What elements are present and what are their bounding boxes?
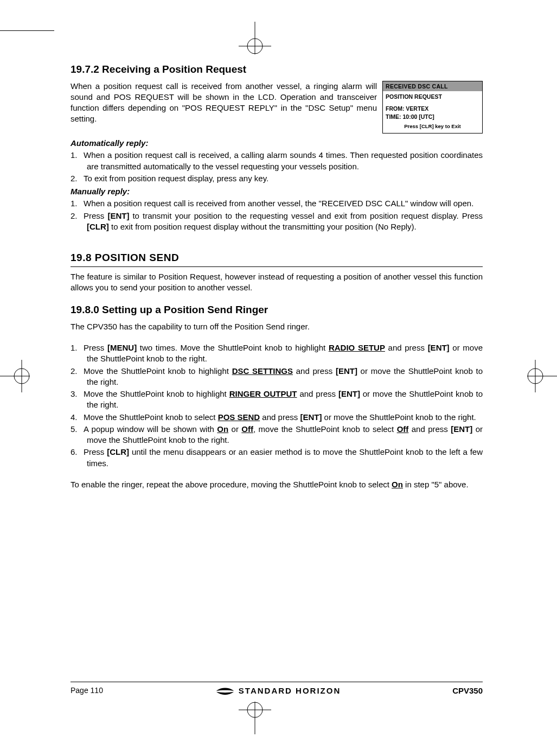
t: two times. Move the ShuttlePoint knob to… bbox=[137, 343, 329, 352]
model-number: CPV350 bbox=[452, 685, 483, 696]
option-off: Off bbox=[397, 424, 409, 434]
key-ent: [ENT] bbox=[338, 389, 360, 398]
t: and press bbox=[260, 412, 300, 422]
key-ent: [ENT] bbox=[107, 211, 129, 220]
list-item: 6.Press [CLR] until the menu disappears … bbox=[71, 447, 483, 469]
manual-reply-label: Manually reply: bbox=[71, 186, 483, 197]
t: and press bbox=[408, 424, 451, 434]
t: Move the ShuttlePoint knob to highlight bbox=[84, 366, 232, 376]
key-clr: [CLR] bbox=[107, 447, 129, 456]
t: and press bbox=[293, 366, 336, 376]
menu-radio-setup: RADIO SETUP bbox=[329, 343, 385, 352]
setup-steps-list: 1.Press [MENU] two times. Move the Shutt… bbox=[71, 342, 483, 469]
t: and press bbox=[297, 389, 338, 398]
list-item: 4.Move the ShuttlePoint knob to select P… bbox=[71, 412, 483, 423]
option-on: On bbox=[217, 424, 228, 434]
t: Press bbox=[84, 343, 107, 352]
page-footer: Page 110 STANDARD HORIZON CPV350 bbox=[71, 682, 483, 696]
key-ent: [ENT] bbox=[428, 343, 450, 352]
t: or move the ShuttlePoint knob to the rig… bbox=[322, 412, 476, 422]
list-item: 5.A popup window will be shown with On o… bbox=[71, 424, 483, 446]
crop-mark-left bbox=[0, 352, 37, 401]
brand-text: STANDARD HORIZON bbox=[239, 685, 341, 696]
key-menu: [MENU] bbox=[107, 343, 137, 352]
horizon-swoosh-icon bbox=[215, 686, 235, 696]
li-text: When a position request call is received… bbox=[84, 199, 473, 208]
key-ent: [ENT] bbox=[451, 424, 472, 434]
li-text: To exit from position request display, p… bbox=[84, 174, 268, 183]
li-text: When a position request call is received… bbox=[84, 150, 483, 170]
heading-19-7-2: 19.7.2 Receiving a Position Request bbox=[71, 62, 483, 77]
t: and press bbox=[385, 343, 428, 352]
t: Press bbox=[84, 447, 107, 456]
t: To enable the ringer, repeat the above p… bbox=[71, 480, 392, 489]
menu-dsc-settings: DSC SETTINGS bbox=[232, 366, 293, 376]
crop-mark-right bbox=[520, 352, 557, 401]
crop-line-top-left bbox=[0, 30, 54, 31]
t: or bbox=[228, 424, 241, 434]
lcd-title: RECEIVED DSC CALL bbox=[383, 81, 482, 91]
list-item: 1.Press [MENU] two times. Move the Shutt… bbox=[71, 342, 483, 365]
list-item: 2.Move the ShuttlePoint knob to highligh… bbox=[71, 366, 483, 388]
list-item: 1.When a position request call is receiv… bbox=[71, 198, 483, 209]
key-ent: [ENT] bbox=[336, 366, 357, 376]
t: , move the ShuttlePoint knob to select bbox=[253, 424, 397, 434]
manual-reply-list: 1.When a position request call is receiv… bbox=[71, 198, 483, 232]
section2-intro: The feature is similar to Position Reque… bbox=[71, 271, 483, 294]
auto-reply-label: Automatically reply: bbox=[71, 138, 483, 149]
t: Move the ShuttlePoint knob to highlight bbox=[84, 389, 229, 398]
key-ent: [ENT] bbox=[300, 412, 322, 422]
option-off: Off bbox=[241, 424, 253, 434]
t: in step "5" above. bbox=[403, 480, 469, 489]
li-text: to exit from position request display wi… bbox=[109, 222, 417, 231]
li-text: Press bbox=[84, 211, 107, 220]
lcd-footer: Press [CLR] key to Exit bbox=[386, 121, 479, 131]
t: A popup window will be shown with bbox=[84, 424, 217, 434]
heading-19-8-0: 19.8.0 Setting up a Position Send Ringer bbox=[71, 303, 483, 317]
key-clr: [CLR] bbox=[87, 222, 109, 231]
brand-logo: STANDARD HORIZON bbox=[215, 685, 341, 696]
section3-outro: To enable the ringer, repeat the above p… bbox=[71, 479, 483, 490]
list-item: 1.When a position request call is receiv… bbox=[71, 150, 483, 172]
list-item: 3.Move the ShuttlePoint knob to highligh… bbox=[71, 389, 483, 411]
menu-ringer-output: RINGER OUTPUT bbox=[229, 389, 297, 398]
t: until the menu disappears or an easier m… bbox=[87, 447, 483, 467]
list-item: 2.To exit from position request display,… bbox=[71, 173, 483, 184]
section3-intro: The CPV350 has the capability to turn of… bbox=[71, 321, 483, 332]
lcd-time: TIME: 10:00 [UTC] bbox=[386, 113, 479, 120]
lcd-subtitle: POSITION REQUEST bbox=[386, 93, 479, 100]
page-number: Page 110 bbox=[71, 685, 103, 696]
lcd-from: FROM: VERTEX bbox=[386, 105, 479, 112]
li-text: to transmit your position to the request… bbox=[129, 211, 483, 220]
list-item: 2.Press [ENT] to transmit your position … bbox=[71, 211, 483, 233]
t: Move the ShuttlePoint knob to select bbox=[84, 412, 218, 422]
heading-19-8: 19.8 POSITION SEND bbox=[71, 251, 483, 267]
menu-pos-send: POS SEND bbox=[218, 412, 260, 422]
page-content: 19.7.2 Receiving a Position Request RECE… bbox=[71, 62, 483, 696]
auto-reply-list: 1.When a position request call is receiv… bbox=[71, 150, 483, 184]
option-on: On bbox=[392, 480, 403, 489]
lcd-screenshot: RECEIVED DSC CALL POSITION REQUEST FROM:… bbox=[382, 81, 483, 134]
